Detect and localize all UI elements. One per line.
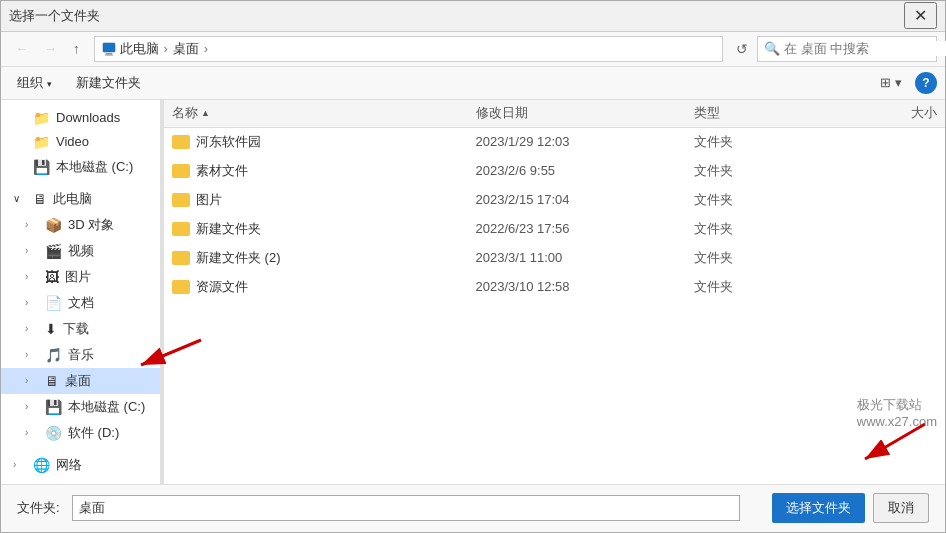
file-type: 文件夹: [694, 133, 840, 151]
col-header-size[interactable]: 大小: [840, 104, 937, 122]
file-panel: 名称 ▲ 修改日期 类型 大小 河东软件园 2023/1/29 12:03 文件: [164, 100, 945, 484]
sidebar-item-local-c[interactable]: 💾 本地磁盘 (C:): [1, 154, 160, 180]
main-area: 📁 Downloads 📁 Video 💾 本地磁盘 (C:): [1, 100, 945, 484]
sidebar-item-software-d[interactable]: › 💿 软件 (D:): [1, 420, 160, 446]
pictures-icon: 🖼: [45, 269, 59, 285]
sidebar-item-label: Video: [56, 134, 89, 149]
table-row[interactable]: 图片 2023/2/15 17:04 文件夹: [164, 186, 945, 215]
file-type: 文件夹: [694, 191, 840, 209]
file-name: 资源文件: [196, 278, 248, 296]
bottom-bar: 文件夹: 选择文件夹 取消: [1, 484, 945, 532]
file-name: 素材文件: [196, 162, 248, 180]
view-icon: ⊞: [880, 75, 891, 90]
table-row[interactable]: 资源文件 2023/3/10 12:58 文件夹: [164, 273, 945, 302]
file-date: 2023/3/10 12:58: [476, 279, 695, 294]
folder-icon-sm: [172, 280, 190, 294]
up-icon: ↑: [73, 41, 80, 56]
select-folder-button[interactable]: 选择文件夹: [772, 493, 865, 523]
action-bar: 组织 ▾ 新建文件夹 ⊞ ▾ ?: [1, 67, 945, 100]
back-button[interactable]: ←: [9, 37, 34, 60]
folder-icon-sm: [172, 135, 190, 149]
nav-toolbar: ← → ↑ 此电脑 › 桌面 › ↺ 🔍: [1, 32, 945, 67]
bottom-actions: 选择文件夹 取消: [772, 493, 929, 523]
title-bar: 选择一个文件夹 ✕: [1, 1, 945, 32]
file-dialog: 选择一个文件夹 ✕ ← → ↑ 此电脑 › 桌面 ›: [0, 0, 946, 533]
sidebar-item-video[interactable]: 📁 Video: [1, 130, 160, 154]
forward-icon: →: [44, 41, 57, 56]
3d-icon: 📦: [45, 217, 62, 233]
svg-rect-2: [105, 54, 113, 55]
sidebar-item-label: 本地磁盘 (C:): [56, 158, 133, 176]
folder-icon-sm: [172, 193, 190, 207]
folder-icon-sm: [172, 251, 190, 265]
sidebar-top-section: 📁 Downloads 📁 Video 💾 本地磁盘 (C:): [1, 104, 160, 480]
col-header-type[interactable]: 类型: [694, 104, 840, 122]
sidebar-item-this-pc[interactable]: ∨ 🖥 此电脑: [1, 186, 160, 212]
file-date: 2023/1/29 12:03: [476, 134, 695, 149]
sidebar-item-label: 网络: [56, 456, 82, 474]
file-date: 2023/3/1 11:00: [476, 250, 695, 265]
view-button[interactable]: ⊞ ▾: [875, 72, 907, 93]
sidebar-item-documents[interactable]: › 📄 文档: [1, 290, 160, 316]
dvd-icon: 💿: [45, 425, 62, 441]
sidebar-item-downloads2[interactable]: › ⬇ 下载: [1, 316, 160, 342]
music-icon: 🎵: [45, 347, 62, 363]
organize-button[interactable]: 组织 ▾: [9, 71, 60, 95]
sidebar-item-label: 视频: [68, 242, 94, 260]
search-bar[interactable]: 🔍: [757, 36, 937, 62]
file-type: 文件夹: [694, 162, 840, 180]
table-row[interactable]: 河东软件园 2023/1/29 12:03 文件夹: [164, 128, 945, 157]
sidebar-item-local-c2[interactable]: › 💾 本地磁盘 (C:): [1, 394, 160, 420]
disk-icon: 💾: [33, 159, 50, 175]
col-header-date[interactable]: 修改日期: [476, 104, 695, 122]
sidebar-item-downloads[interactable]: 📁 Downloads: [1, 106, 160, 130]
sidebar-item-label: 软件 (D:): [68, 424, 119, 442]
table-row[interactable]: 素材文件 2023/2/6 9:55 文件夹: [164, 157, 945, 186]
sidebar-item-video2[interactable]: › 🎬 视频: [1, 238, 160, 264]
desktop-icon: 🖥: [45, 373, 59, 389]
sidebar-item-label: Downloads: [56, 110, 120, 125]
sidebar-item-label: 本地磁盘 (C:): [68, 398, 145, 416]
downloads-folder-icon: 📁: [33, 110, 50, 126]
file-name: 新建文件夹 (2): [196, 249, 281, 267]
video-folder-icon: 📁: [33, 134, 50, 150]
sidebar-item-label: 音乐: [68, 346, 94, 364]
file-type: 文件夹: [694, 249, 840, 267]
address-bar[interactable]: 此电脑 › 桌面 ›: [94, 36, 724, 62]
help-button[interactable]: ?: [915, 72, 937, 94]
cancel-button[interactable]: 取消: [873, 493, 929, 523]
sidebar-item-3d-objects[interactable]: › 📦 3D 对象: [1, 212, 160, 238]
disk-icon-2: 💾: [45, 399, 62, 415]
download-icon: ⬇: [45, 321, 57, 337]
table-row[interactable]: 新建文件夹 2022/6/23 17:56 文件夹: [164, 215, 945, 244]
file-type: 文件夹: [694, 278, 840, 296]
forward-button[interactable]: →: [38, 37, 63, 60]
folder-input[interactable]: [72, 495, 740, 521]
file-date: 2023/2/6 9:55: [476, 163, 695, 178]
address-pc-label: 此电脑 › 桌面 ›: [101, 40, 211, 58]
network-icon: 🌐: [33, 457, 50, 473]
sidebar-item-network[interactable]: › 🌐 网络: [1, 452, 160, 478]
table-row[interactable]: 新建文件夹 (2) 2023/3/1 11:00 文件夹: [164, 244, 945, 273]
sidebar-item-music[interactable]: › 🎵 音乐: [1, 342, 160, 368]
file-name: 图片: [196, 191, 222, 209]
docs-icon: 📄: [45, 295, 62, 311]
search-input[interactable]: [784, 41, 946, 56]
sidebar-item-desktop[interactable]: › 🖥 桌面: [1, 368, 160, 394]
refresh-button[interactable]: ↺: [731, 39, 753, 59]
sidebar-item-label: 下载: [63, 320, 89, 338]
pc-icon-2: 🖥: [33, 191, 47, 207]
col-header-name[interactable]: 名称 ▲: [172, 104, 476, 122]
sidebar-item-label: 此电脑: [53, 190, 92, 208]
file-type: 文件夹: [694, 220, 840, 238]
sidebar-item-label: 图片: [65, 268, 91, 286]
sidebar-item-pictures[interactable]: › 🖼 图片: [1, 264, 160, 290]
pc-icon: [101, 41, 117, 57]
svg-rect-0: [103, 43, 115, 52]
up-button[interactable]: ↑: [67, 37, 86, 60]
file-name: 河东软件园: [196, 133, 261, 151]
folder-icon-sm: [172, 164, 190, 178]
close-button[interactable]: ✕: [904, 2, 937, 29]
file-date: 2023/2/15 17:04: [476, 192, 695, 207]
new-folder-button[interactable]: 新建文件夹: [68, 71, 149, 95]
